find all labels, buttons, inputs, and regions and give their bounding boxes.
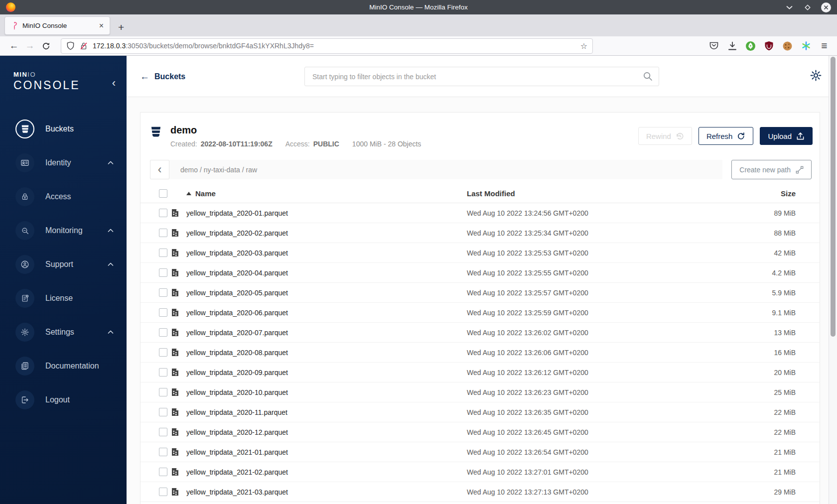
- sidebar-item-access[interactable]: Access: [0, 180, 127, 214]
- refresh-button[interactable]: Refresh: [698, 127, 754, 145]
- row-checkbox[interactable]: [159, 288, 167, 297]
- row-checkbox[interactable]: [159, 308, 167, 317]
- tab-favicon-flamingo-icon: [11, 21, 18, 30]
- row-checkbox[interactable]: [159, 328, 167, 337]
- table-row[interactable]: yellow_tripdata_2021-02.parquet Wed Aug …: [140, 462, 820, 482]
- forward-button[interactable]: →: [22, 40, 38, 51]
- object-name[interactable]: yellow_tripdata_2020-03.parquet: [186, 249, 467, 257]
- cookie-extension-icon[interactable]: [782, 40, 793, 52]
- breadcrumb[interactable]: demo / ny-taxi-data / raw: [169, 160, 722, 179]
- table-row[interactable]: yellow_tripdata_2020-02.parquet Wed Aug …: [140, 223, 820, 243]
- sidebar-item-identity[interactable]: Identity: [0, 146, 127, 180]
- table-row[interactable]: yellow_tripdata_2020-08.parquet Wed Aug …: [140, 343, 820, 363]
- tab-minio-console[interactable]: MinIO Console ×: [4, 16, 110, 35]
- object-name[interactable]: yellow_tripdata_2020-11.parquet: [186, 408, 467, 416]
- back-button[interactable]: ←: [6, 40, 22, 51]
- object-filter-input[interactable]: [304, 67, 659, 86]
- object-name[interactable]: yellow_tripdata_2020-09.parquet: [186, 369, 467, 377]
- object-name[interactable]: yellow_tripdata_2021-03.parquet: [186, 488, 467, 496]
- row-checkbox[interactable]: [159, 229, 167, 237]
- container-asterisk-extension-icon[interactable]: [800, 40, 812, 52]
- row-checkbox[interactable]: [159, 368, 167, 377]
- sidebar-item-license[interactable]: License: [0, 281, 127, 315]
- row-checkbox[interactable]: [159, 388, 167, 396]
- chevron-up-icon[interactable]: [108, 229, 114, 233]
- object-name[interactable]: yellow_tripdata_2020-04.parquet: [186, 269, 467, 277]
- upload-button[interactable]: Upload: [760, 127, 813, 145]
- row-checkbox[interactable]: [159, 468, 167, 476]
- object-name[interactable]: yellow_tripdata_2020-08.parquet: [186, 349, 467, 357]
- object-name[interactable]: yellow_tripdata_2021-02.parquet: [186, 468, 467, 476]
- new-tab-button[interactable]: +: [118, 22, 124, 32]
- sidebar-item-settings[interactable]: Settings: [0, 315, 127, 349]
- shield-permissions-icon[interactable]: [66, 41, 75, 50]
- row-checkbox[interactable]: [159, 268, 167, 277]
- chevron-up-icon[interactable]: [108, 331, 114, 334]
- path-back-button[interactable]: ‹: [150, 160, 169, 179]
- object-name[interactable]: yellow_tripdata_2020-10.parquet: [186, 388, 467, 396]
- privacy-badger-extension-icon[interactable]: [745, 40, 756, 52]
- page-scrollbar[interactable]: [829, 56, 837, 504]
- object-name[interactable]: yellow_tripdata_2020-01.parquet: [186, 209, 467, 217]
- sidebar-item-monitoring[interactable]: Monitoring: [0, 214, 127, 248]
- sidebar-item-documentation[interactable]: Documentation: [0, 349, 127, 383]
- table-row[interactable]: yellow_tripdata_2020-07.parquet Wed Aug …: [140, 323, 820, 343]
- logo-io: IO: [27, 71, 36, 78]
- row-checkbox[interactable]: [159, 209, 167, 217]
- table-row[interactable]: yellow_tripdata_2020-11.parquet Wed Aug …: [140, 402, 820, 422]
- url-text[interactable]: 172.18.0.3:30503/buckets/demo/browse/bnk…: [93, 42, 580, 50]
- table-row[interactable]: yellow_tripdata_2020-06.parquet Wed Aug …: [140, 303, 820, 323]
- column-size[interactable]: Size: [740, 189, 796, 198]
- ublock-origin-extension-icon[interactable]: [763, 40, 775, 52]
- table-row[interactable]: yellow_tripdata_2020-05.parquet Wed Aug …: [140, 283, 820, 303]
- row-checkbox[interactable]: [159, 249, 167, 257]
- column-name[interactable]: Name: [195, 189, 216, 198]
- table-row[interactable]: yellow_tripdata_2020-10.parquet Wed Aug …: [140, 382, 820, 402]
- url-bar[interactable]: 172.18.0.3:30503/buckets/demo/browse/bnk…: [61, 38, 593, 54]
- table-row[interactable]: yellow_tripdata_2020-01.parquet Wed Aug …: [140, 203, 820, 223]
- object-name[interactable]: yellow_tripdata_2020-12.parquet: [186, 428, 467, 436]
- insecure-lock-icon[interactable]: [79, 41, 88, 50]
- table-row[interactable]: yellow_tripdata_2021-01.parquet Wed Aug …: [140, 442, 820, 462]
- window-close-icon[interactable]: [821, 2, 831, 12]
- sidebar-item-support[interactable]: Support: [0, 248, 127, 281]
- tab-close-icon[interactable]: ×: [97, 22, 106, 30]
- create-new-path-button[interactable]: Create new path: [731, 160, 812, 179]
- sidebar-item-buckets[interactable]: Buckets: [0, 112, 127, 146]
- table-row[interactable]: yellow_tripdata_2020-03.parquet Wed Aug …: [140, 243, 820, 263]
- table-row[interactable]: yellow_tripdata_2021-03.parquet Wed Aug …: [140, 482, 820, 502]
- table-row[interactable]: yellow_tripdata_2020-04.parquet Wed Aug …: [140, 263, 820, 283]
- row-checkbox[interactable]: [159, 428, 167, 436]
- table-row[interactable]: yellow_tripdata_2020-09.parquet Wed Aug …: [140, 363, 820, 382]
- scrollbar-thumb[interactable]: [831, 57, 836, 337]
- downloads-icon[interactable]: [726, 40, 738, 52]
- column-last-modified[interactable]: Last Modified: [467, 189, 740, 198]
- menu-hamburger-icon[interactable]: ≡: [819, 40, 830, 52]
- preferences-gear-icon[interactable]: [810, 69, 822, 82]
- rewind-button[interactable]: Rewind: [638, 127, 692, 145]
- bookmark-star-icon[interactable]: ☆: [580, 41, 587, 51]
- row-checkbox[interactable]: [159, 448, 167, 456]
- row-checkbox[interactable]: [159, 408, 167, 416]
- pocket-icon[interactable]: [708, 40, 719, 52]
- row-checkbox[interactable]: [159, 488, 167, 496]
- row-checkbox[interactable]: [159, 348, 167, 357]
- object-name[interactable]: yellow_tripdata_2020-07.parquet: [186, 329, 467, 337]
- reload-button[interactable]: [38, 42, 54, 50]
- sort-ascending-icon[interactable]: [186, 192, 191, 195]
- license-icon: [15, 289, 34, 308]
- table-row[interactable]: yellow_tripdata_2020-12.parquet Wed Aug …: [140, 422, 820, 442]
- back-to-buckets[interactable]: ← Buckets: [140, 72, 185, 81]
- chevron-up-icon[interactable]: [108, 263, 114, 266]
- object-name[interactable]: yellow_tripdata_2020-05.parquet: [186, 289, 467, 297]
- sidebar-collapse-icon[interactable]: ‹: [112, 78, 116, 89]
- sidebar-item-logout[interactable]: Logout: [0, 383, 127, 417]
- object-name[interactable]: yellow_tripdata_2020-02.parquet: [186, 229, 467, 237]
- select-all-checkbox[interactable]: [159, 189, 167, 198]
- window-maximize-icon[interactable]: [803, 2, 813, 12]
- object-file-icon: [171, 209, 179, 217]
- chevron-up-icon[interactable]: [108, 161, 114, 165]
- object-name[interactable]: yellow_tripdata_2020-06.parquet: [186, 309, 467, 317]
- object-name[interactable]: yellow_tripdata_2021-01.parquet: [186, 448, 467, 456]
- window-minimize-icon[interactable]: [784, 2, 794, 12]
